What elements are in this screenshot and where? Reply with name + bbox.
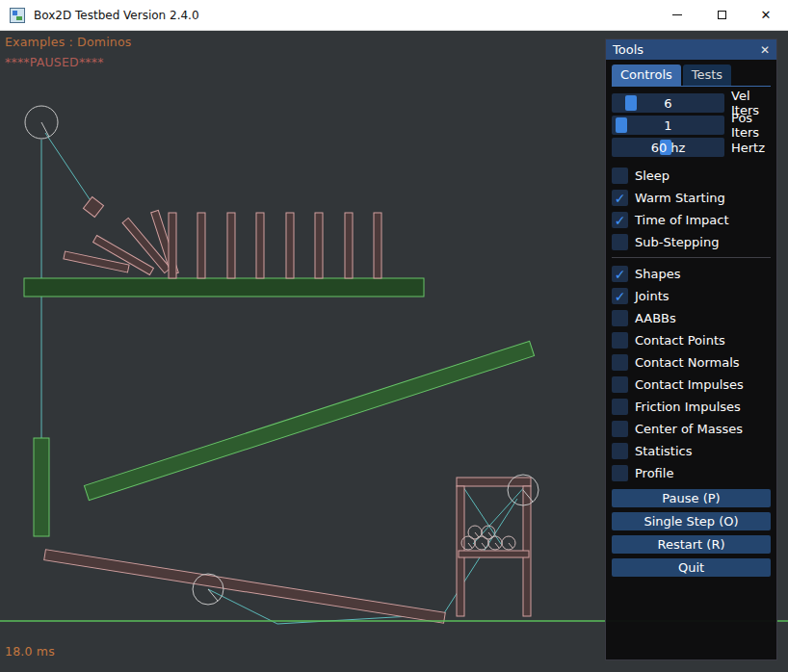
dominos-standing[interactable]: [169, 213, 381, 278]
vel-iters-row: 6 Vel Iters: [612, 93, 771, 113]
maximize-icon: [718, 11, 726, 19]
checkbox-box[interactable]: ✓: [612, 399, 628, 415]
hanging-box[interactable]: [83, 196, 103, 217]
static-tilted-plank: [84, 341, 534, 500]
tab-tests[interactable]: Tests: [683, 65, 731, 86]
pos-iters-row: 1 Pos Iters: [612, 116, 771, 135]
pulley-circle-top-left[interactable]: [25, 106, 58, 139]
pos-iters-slider[interactable]: 1: [612, 116, 724, 135]
checkbox-center-of-masses[interactable]: ✓ Center of Masses: [612, 418, 771, 440]
checkbox-box[interactable]: ✓: [612, 310, 628, 326]
checkbox-time-of-impact[interactable]: ✓ Time of Impact: [612, 209, 771, 231]
single-step-button[interactable]: Single Step (O): [612, 512, 771, 530]
bottom-plank[interactable]: [44, 550, 446, 624]
tools-panel-body: Controls Tests 6 Vel Iters 1 Pos Iters 6…: [606, 60, 776, 659]
checkbox-box[interactable]: ✓: [612, 421, 628, 437]
checkbox-box[interactable]: ✓: [612, 212, 628, 228]
checkbox-contact-impulses[interactable]: ✓ Contact Impulses: [612, 374, 771, 396]
window-controls: ✕: [655, 0, 788, 31]
check-icon: ✓: [615, 290, 626, 303]
quit-button[interactable]: Quit: [612, 558, 771, 577]
tab-controls[interactable]: Controls: [612, 65, 681, 86]
checkbox-contact-normals[interactable]: ✓ Contact Normals: [612, 351, 771, 374]
maximize-button[interactable]: [699, 0, 744, 31]
ball-cluster[interactable]: [461, 526, 515, 550]
example-title-text: Examples : Dominos: [5, 35, 132, 49]
minimize-icon: [672, 14, 682, 15]
checkbox-warm-starting[interactable]: ✓ Warm Starting: [612, 187, 771, 209]
static-shelf: [24, 278, 424, 297]
check-icon: ✓: [615, 192, 626, 205]
hertz-row: 60 hz Hertz: [612, 138, 771, 157]
checkbox-shapes[interactable]: ✓ Shapes: [612, 263, 771, 285]
checkbox-aabbs[interactable]: ✓ AABBs: [612, 307, 771, 329]
paused-status-text: ****PAUSED****: [5, 55, 104, 69]
checkbox-box[interactable]: ✓: [612, 465, 628, 481]
close-icon: ✕: [761, 9, 772, 21]
tools-panel-title: Tools: [613, 42, 644, 57]
separator: [612, 257, 771, 258]
checkbox-contact-points[interactable]: ✓ Contact Points: [612, 329, 771, 351]
frame-structure[interactable]: [457, 478, 531, 616]
button-stack: Pause (P) Single Step (O) Restart (R) Qu…: [612, 489, 771, 582]
checkbox-box[interactable]: ✓: [612, 376, 628, 393]
checkbox-sleep[interactable]: ✓ Sleep: [612, 165, 771, 187]
checkbox-box[interactable]: ✓: [612, 288, 628, 304]
check-icon: ✓: [615, 214, 626, 227]
panel-close-icon[interactable]: ✕: [760, 44, 770, 56]
tools-panel-titlebar[interactable]: Tools ✕: [606, 39, 776, 60]
restart-button[interactable]: Restart (R): [612, 535, 771, 554]
checkbox-box[interactable]: ✓: [612, 190, 628, 206]
checkbox-profile[interactable]: ✓ Profile: [612, 462, 771, 484]
close-button[interactable]: ✕: [744, 0, 788, 31]
window-title: Box2D Testbed Version 2.4.0: [34, 9, 199, 22]
checkbox-box[interactable]: ✓: [612, 332, 628, 349]
hertz-slider[interactable]: 60 hz: [612, 138, 724, 157]
static-vertical-plank: [34, 438, 49, 536]
window-titlebar[interactable]: Box2D Testbed Version 2.4.0 ✕: [0, 0, 788, 31]
checkbox-box[interactable]: ✓: [612, 168, 628, 184]
app-icon[interactable]: [10, 8, 25, 23]
checkbox-friction-impulses[interactable]: ✓ Friction Impulses: [612, 396, 771, 418]
checkbox-box[interactable]: ✓: [612, 443, 628, 459]
checkbox-sub-stepping[interactable]: ✓ Sub-Stepping: [612, 231, 771, 253]
checkbox-box[interactable]: ✓: [612, 266, 628, 282]
dominos-fallen[interactable]: [64, 210, 178, 274]
pause-button[interactable]: Pause (P): [612, 489, 771, 507]
minimize-button[interactable]: [655, 0, 699, 31]
frame-time-text: 18.0 ms: [5, 644, 55, 659]
tools-panel: Tools ✕ Controls Tests 6 Vel Iters 1 Pos…: [605, 39, 777, 660]
tab-bar: Controls Tests: [612, 65, 771, 87]
checkbox-statistics[interactable]: ✓ Statistics: [612, 440, 771, 462]
checkbox-box[interactable]: ✓: [612, 354, 628, 371]
check-icon: ✓: [615, 268, 626, 281]
checkbox-joints[interactable]: ✓ Joints: [612, 285, 771, 307]
checkbox-box[interactable]: ✓: [612, 234, 628, 250]
vel-iters-slider[interactable]: 6: [612, 93, 724, 113]
